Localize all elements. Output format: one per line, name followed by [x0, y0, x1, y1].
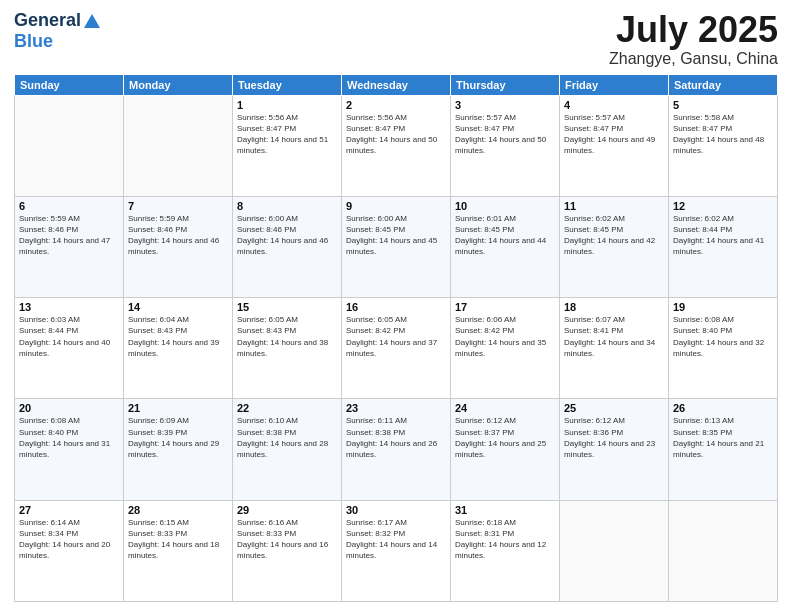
- calendar-day-22: 22Sunrise: 6:10 AM Sunset: 8:38 PM Dayli…: [233, 399, 342, 500]
- calendar-week-row: 27Sunrise: 6:14 AM Sunset: 8:34 PM Dayli…: [15, 500, 778, 601]
- calendar-day-2: 2Sunrise: 5:56 AM Sunset: 8:47 PM Daylig…: [342, 95, 451, 196]
- day-number: 2: [346, 99, 446, 111]
- day-number: 7: [128, 200, 228, 212]
- day-number: 23: [346, 402, 446, 414]
- day-detail: Sunrise: 6:14 AM Sunset: 8:34 PM Dayligh…: [19, 517, 119, 562]
- day-detail: Sunrise: 6:05 AM Sunset: 8:43 PM Dayligh…: [237, 314, 337, 359]
- svg-marker-0: [84, 14, 100, 28]
- title-block: July 2025 Zhangye, Gansu, China: [609, 10, 778, 68]
- day-number: 22: [237, 402, 337, 414]
- page: General Blue July 2025 Zhangye, Gansu, C…: [0, 0, 792, 612]
- calendar-empty-cell: [124, 95, 233, 196]
- day-detail: Sunrise: 5:59 AM Sunset: 8:46 PM Dayligh…: [128, 213, 228, 258]
- calendar-empty-cell: [15, 95, 124, 196]
- calendar-day-1: 1Sunrise: 5:56 AM Sunset: 8:47 PM Daylig…: [233, 95, 342, 196]
- calendar-day-9: 9Sunrise: 6:00 AM Sunset: 8:45 PM Daylig…: [342, 196, 451, 297]
- calendar-day-20: 20Sunrise: 6:08 AM Sunset: 8:40 PM Dayli…: [15, 399, 124, 500]
- calendar-week-row: 6Sunrise: 5:59 AM Sunset: 8:46 PM Daylig…: [15, 196, 778, 297]
- day-number: 21: [128, 402, 228, 414]
- calendar-day-4: 4Sunrise: 5:57 AM Sunset: 8:47 PM Daylig…: [560, 95, 669, 196]
- day-number: 11: [564, 200, 664, 212]
- day-detail: Sunrise: 6:09 AM Sunset: 8:39 PM Dayligh…: [128, 415, 228, 460]
- calendar-day-7: 7Sunrise: 5:59 AM Sunset: 8:46 PM Daylig…: [124, 196, 233, 297]
- calendar-day-15: 15Sunrise: 6:05 AM Sunset: 8:43 PM Dayli…: [233, 298, 342, 399]
- day-detail: Sunrise: 6:01 AM Sunset: 8:45 PM Dayligh…: [455, 213, 555, 258]
- calendar-day-6: 6Sunrise: 5:59 AM Sunset: 8:46 PM Daylig…: [15, 196, 124, 297]
- day-detail: Sunrise: 6:02 AM Sunset: 8:45 PM Dayligh…: [564, 213, 664, 258]
- weekday-header-tuesday: Tuesday: [233, 74, 342, 95]
- day-number: 24: [455, 402, 555, 414]
- day-detail: Sunrise: 6:08 AM Sunset: 8:40 PM Dayligh…: [19, 415, 119, 460]
- day-number: 12: [673, 200, 773, 212]
- day-number: 13: [19, 301, 119, 313]
- day-number: 28: [128, 504, 228, 516]
- day-number: 4: [564, 99, 664, 111]
- calendar-day-14: 14Sunrise: 6:04 AM Sunset: 8:43 PM Dayli…: [124, 298, 233, 399]
- header: General Blue July 2025 Zhangye, Gansu, C…: [14, 10, 778, 68]
- calendar-day-25: 25Sunrise: 6:12 AM Sunset: 8:36 PM Dayli…: [560, 399, 669, 500]
- day-number: 26: [673, 402, 773, 414]
- day-number: 29: [237, 504, 337, 516]
- day-detail: Sunrise: 5:58 AM Sunset: 8:47 PM Dayligh…: [673, 112, 773, 157]
- day-number: 1: [237, 99, 337, 111]
- calendar-day-21: 21Sunrise: 6:09 AM Sunset: 8:39 PM Dayli…: [124, 399, 233, 500]
- logo: General Blue: [14, 10, 101, 52]
- day-number: 3: [455, 99, 555, 111]
- calendar-day-3: 3Sunrise: 5:57 AM Sunset: 8:47 PM Daylig…: [451, 95, 560, 196]
- logo-triangle-icon: [83, 12, 101, 30]
- day-number: 16: [346, 301, 446, 313]
- calendar-week-row: 20Sunrise: 6:08 AM Sunset: 8:40 PM Dayli…: [15, 399, 778, 500]
- day-detail: Sunrise: 5:57 AM Sunset: 8:47 PM Dayligh…: [564, 112, 664, 157]
- calendar-week-row: 13Sunrise: 6:03 AM Sunset: 8:44 PM Dayli…: [15, 298, 778, 399]
- day-detail: Sunrise: 6:18 AM Sunset: 8:31 PM Dayligh…: [455, 517, 555, 562]
- day-detail: Sunrise: 6:06 AM Sunset: 8:42 PM Dayligh…: [455, 314, 555, 359]
- day-detail: Sunrise: 6:00 AM Sunset: 8:45 PM Dayligh…: [346, 213, 446, 258]
- day-number: 30: [346, 504, 446, 516]
- day-number: 27: [19, 504, 119, 516]
- logo-general-text: General: [14, 10, 81, 31]
- weekday-header-sunday: Sunday: [15, 74, 124, 95]
- day-detail: Sunrise: 5:57 AM Sunset: 8:47 PM Dayligh…: [455, 112, 555, 157]
- calendar-day-11: 11Sunrise: 6:02 AM Sunset: 8:45 PM Dayli…: [560, 196, 669, 297]
- day-detail: Sunrise: 6:10 AM Sunset: 8:38 PM Dayligh…: [237, 415, 337, 460]
- calendar-day-28: 28Sunrise: 6:15 AM Sunset: 8:33 PM Dayli…: [124, 500, 233, 601]
- day-detail: Sunrise: 5:56 AM Sunset: 8:47 PM Dayligh…: [346, 112, 446, 157]
- day-detail: Sunrise: 6:16 AM Sunset: 8:33 PM Dayligh…: [237, 517, 337, 562]
- weekday-header-wednesday: Wednesday: [342, 74, 451, 95]
- day-number: 20: [19, 402, 119, 414]
- calendar-day-24: 24Sunrise: 6:12 AM Sunset: 8:37 PM Dayli…: [451, 399, 560, 500]
- calendar-week-row: 1Sunrise: 5:56 AM Sunset: 8:47 PM Daylig…: [15, 95, 778, 196]
- day-detail: Sunrise: 6:12 AM Sunset: 8:36 PM Dayligh…: [564, 415, 664, 460]
- weekday-header-saturday: Saturday: [669, 74, 778, 95]
- calendar-day-30: 30Sunrise: 6:17 AM Sunset: 8:32 PM Dayli…: [342, 500, 451, 601]
- calendar-day-19: 19Sunrise: 6:08 AM Sunset: 8:40 PM Dayli…: [669, 298, 778, 399]
- calendar-empty-cell: [669, 500, 778, 601]
- day-number: 18: [564, 301, 664, 313]
- calendar-location: Zhangye, Gansu, China: [609, 50, 778, 68]
- day-detail: Sunrise: 6:07 AM Sunset: 8:41 PM Dayligh…: [564, 314, 664, 359]
- day-detail: Sunrise: 6:12 AM Sunset: 8:37 PM Dayligh…: [455, 415, 555, 460]
- day-detail: Sunrise: 6:02 AM Sunset: 8:44 PM Dayligh…: [673, 213, 773, 258]
- day-detail: Sunrise: 6:05 AM Sunset: 8:42 PM Dayligh…: [346, 314, 446, 359]
- day-number: 9: [346, 200, 446, 212]
- day-number: 14: [128, 301, 228, 313]
- weekday-header-friday: Friday: [560, 74, 669, 95]
- day-detail: Sunrise: 6:13 AM Sunset: 8:35 PM Dayligh…: [673, 415, 773, 460]
- day-detail: Sunrise: 5:56 AM Sunset: 8:47 PM Dayligh…: [237, 112, 337, 157]
- weekday-header-monday: Monday: [124, 74, 233, 95]
- calendar-day-26: 26Sunrise: 6:13 AM Sunset: 8:35 PM Dayli…: [669, 399, 778, 500]
- calendar-day-13: 13Sunrise: 6:03 AM Sunset: 8:44 PM Dayli…: [15, 298, 124, 399]
- calendar-day-23: 23Sunrise: 6:11 AM Sunset: 8:38 PM Dayli…: [342, 399, 451, 500]
- calendar-title: July 2025: [609, 10, 778, 50]
- calendar-day-16: 16Sunrise: 6:05 AM Sunset: 8:42 PM Dayli…: [342, 298, 451, 399]
- day-detail: Sunrise: 5:59 AM Sunset: 8:46 PM Dayligh…: [19, 213, 119, 258]
- calendar-empty-cell: [560, 500, 669, 601]
- weekday-header-thursday: Thursday: [451, 74, 560, 95]
- day-detail: Sunrise: 6:08 AM Sunset: 8:40 PM Dayligh…: [673, 314, 773, 359]
- day-detail: Sunrise: 6:03 AM Sunset: 8:44 PM Dayligh…: [19, 314, 119, 359]
- day-number: 8: [237, 200, 337, 212]
- day-detail: Sunrise: 6:04 AM Sunset: 8:43 PM Dayligh…: [128, 314, 228, 359]
- calendar-day-27: 27Sunrise: 6:14 AM Sunset: 8:34 PM Dayli…: [15, 500, 124, 601]
- calendar-table: SundayMondayTuesdayWednesdayThursdayFrid…: [14, 74, 778, 602]
- day-number: 17: [455, 301, 555, 313]
